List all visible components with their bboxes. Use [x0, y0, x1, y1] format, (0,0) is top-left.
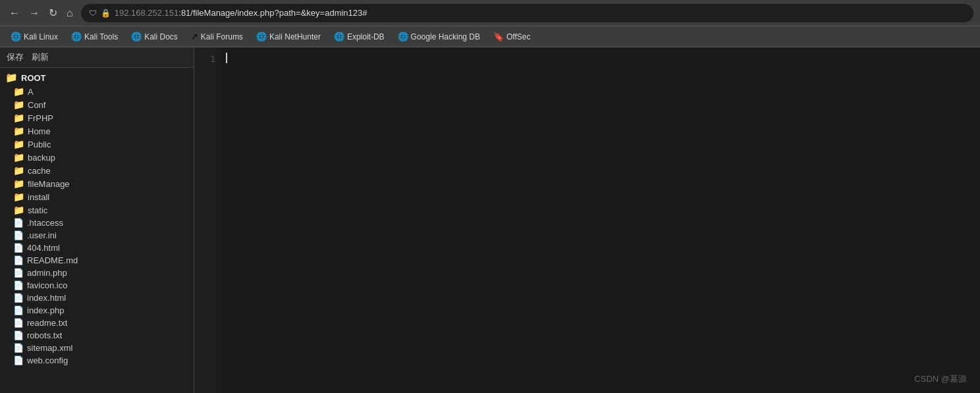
tree-item-admin-php[interactable]: 📄 admin.php [0, 267, 194, 279]
kali-tools-icon: 🌐 [71, 32, 82, 41]
tree-item-Home[interactable]: 📁 Home [0, 124, 194, 138]
tree-label-root: ROOT [21, 73, 46, 83]
tree-item-Conf[interactable]: 📁 Conf [0, 98, 194, 111]
tree-item-install[interactable]: 📁 install [0, 190, 194, 203]
tree-item-index-html[interactable]: 📄 index.html [0, 292, 194, 304]
bookmark-kali-linux[interactable]: 🌐 Kali Linux [5, 30, 63, 43]
bookmark-offsec-label: OffSec [506, 32, 530, 41]
bookmark-exploit-db[interactable]: 🌐 Exploit-DB [329, 30, 390, 43]
tree-label-backup: backup [28, 153, 55, 163]
tree-item-htaccess[interactable]: 📄 .htaccess [0, 217, 194, 229]
tree-label-readme-txt: readme.txt [27, 318, 67, 328]
folder-icon-Home: 📁 [13, 126, 24, 136]
bookmark-kali-forums[interactable]: ↗ Kali Forums [186, 30, 248, 43]
tree-item-favicon-ico[interactable]: 📄 favicon.ico [0, 279, 194, 292]
tree-item-fileManage[interactable]: 📁 fileManage [0, 177, 194, 190]
refresh-button[interactable]: 刷新 [32, 51, 49, 63]
tree-item-readme-md[interactable]: 📄 README.md [0, 254, 194, 267]
tree-label-Public: Public [28, 140, 51, 149]
bookmark-kali-nethunter-label: Kali NetHunter [269, 32, 321, 41]
url-text: 192.168.252.151:81/fileManage/index.php?… [115, 8, 966, 18]
bookmark-kali-docs[interactable]: 🌐 Kali Docs [126, 30, 183, 43]
bookmark-kali-docs-label: Kali Docs [144, 32, 178, 41]
browser-chrome: ← → ↻ ⌂ 🛡 🔒 192.168.252.151:81/fileManag… [0, 0, 980, 26]
forward-button[interactable]: → [26, 5, 42, 22]
exploit-db-icon: 🌐 [334, 32, 344, 41]
tree-label-readme-md: README.md [27, 255, 78, 265]
line-number-1: 1 [194, 53, 221, 66]
tree-label-admin-php: admin.php [27, 268, 67, 278]
editor-content[interactable] [221, 47, 980, 393]
folder-icon-static: 📁 [13, 205, 24, 215]
reload-button[interactable]: ↻ [46, 4, 60, 22]
tree-item-404html[interactable]: 📄 404.html [0, 242, 194, 254]
security-icon: 🛡 [89, 9, 97, 18]
folder-icon-install: 📁 [13, 192, 24, 202]
back-button[interactable]: ← [7, 5, 22, 22]
bookmark-kali-tools-label: Kali Tools [84, 32, 118, 41]
watermark-text: CSDN @墓源 [914, 374, 967, 384]
tree-item-Public[interactable]: 📁 Public [0, 138, 194, 151]
file-icon-web-config: 📄 [13, 355, 24, 365]
lock-icon: 🔒 [101, 9, 111, 18]
folder-icon-Conf: 📁 [13, 99, 24, 110]
tree-item-cache[interactable]: 📁 cache [0, 164, 194, 177]
bookmark-google-hacking[interactable]: 🌐 Google Hacking DB [393, 30, 485, 43]
file-icon-user-ini: 📄 [13, 230, 24, 240]
tree-label-index-html: index.html [27, 293, 66, 303]
tree-label-sitemap-xml: sitemap.xml [27, 343, 72, 353]
cursor-line [226, 53, 975, 63]
tree-item-static[interactable]: 📁 static [0, 203, 194, 217]
kali-nethunter-icon: 🌐 [256, 32, 267, 41]
tree-label-404html: 404.html [27, 243, 60, 253]
kali-docs-icon: 🌐 [131, 32, 142, 41]
file-icon-index-php: 📄 [13, 305, 24, 315]
tree-item-web-config[interactable]: 📄 web.config [0, 354, 194, 367]
tree-item-readme-txt[interactable]: 📄 readme.txt [0, 317, 194, 329]
tree-item-root[interactable]: 📁 ROOT [0, 70, 194, 85]
folder-icon-cache: 📁 [13, 165, 24, 176]
main-content: 保存 刷新 📁 ROOT 📁 A 📁 Conf 📁 FrPHP [0, 47, 980, 393]
save-button[interactable]: 保存 [7, 51, 24, 63]
url-suffix: :81/fileManage/index.php?path=&key=admin… [178, 8, 367, 18]
file-icon-sitemap-xml: 📄 [13, 343, 24, 353]
tree-label-index-php: index.php [27, 305, 64, 315]
tree-label-A: A [28, 87, 34, 97]
tree-label-static: static [28, 205, 47, 215]
file-icon-index-html: 📄 [13, 293, 24, 303]
tree-item-sitemap-xml[interactable]: 📄 sitemap.xml [0, 342, 194, 354]
file-icon-admin-php: 📄 [13, 268, 24, 278]
file-tree: 📁 ROOT 📁 A 📁 Conf 📁 FrPHP 📁 Home [0, 68, 194, 369]
offsec-icon: 🔖 [493, 32, 504, 41]
bookmark-offsec[interactable]: 🔖 OffSec [488, 30, 535, 43]
bookmark-kali-nethunter[interactable]: 🌐 Kali NetHunter [251, 30, 326, 43]
tree-item-A[interactable]: 📁 A [0, 85, 194, 98]
tree-item-robots-txt[interactable]: 📄 robots.txt [0, 329, 194, 342]
line-numbers: 1 [194, 47, 221, 393]
bookmark-kali-forums-label: Kali Forums [201, 32, 243, 41]
kali-forums-icon: ↗ [191, 32, 198, 41]
file-icon-readme-txt: 📄 [13, 318, 24, 328]
tree-item-backup[interactable]: 📁 backup [0, 151, 194, 164]
address-bar[interactable]: 🛡 🔒 192.168.252.151:81/fileManage/index.… [81, 4, 973, 22]
home-button[interactable]: ⌂ [64, 5, 76, 22]
editor-panel: 1 [194, 47, 980, 393]
bookmark-kali-tools[interactable]: 🌐 Kali Tools [66, 30, 123, 43]
tree-label-favicon-ico: favicon.ico [27, 280, 67, 290]
file-tree-panel: 保存 刷新 📁 ROOT 📁 A 📁 Conf 📁 FrPHP [0, 47, 194, 393]
google-hacking-icon: 🌐 [398, 32, 408, 41]
bookmark-google-hacking-label: Google Hacking DB [411, 32, 480, 41]
folder-icon-fileManage: 📁 [13, 178, 24, 189]
tree-label-fileManage: fileManage [28, 179, 70, 189]
tree-item-user-ini[interactable]: 📄 .user.ini [0, 229, 194, 242]
nav-buttons: ← → ↻ ⌂ [7, 4, 76, 22]
folder-icon-A: 📁 [13, 86, 24, 97]
file-icon-favicon-ico: 📄 [13, 280, 24, 290]
tree-item-FrPHP[interactable]: 📁 FrPHP [0, 111, 194, 124]
file-toolbar: 保存 刷新 [0, 47, 194, 68]
folder-icon-FrPHP: 📁 [13, 113, 24, 123]
tree-label-robots-txt: robots.txt [27, 330, 62, 340]
file-icon-404html: 📄 [13, 243, 24, 253]
tree-item-index-php[interactable]: 📄 index.php [0, 304, 194, 317]
watermark: CSDN @墓源 [914, 373, 967, 385]
